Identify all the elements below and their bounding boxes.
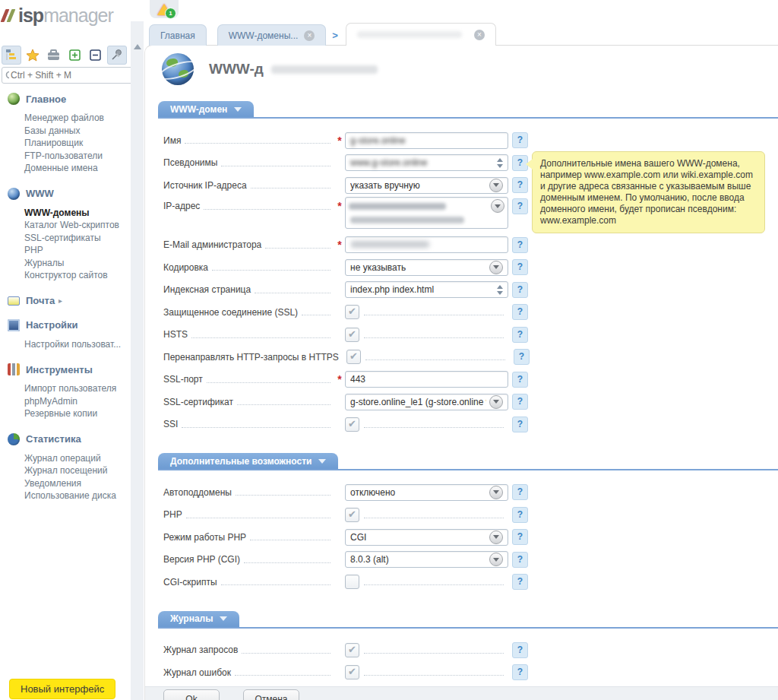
section-toggle[interactable]: Дополнительные возможности <box>158 453 338 469</box>
chevron-down-icon[interactable] <box>489 531 503 544</box>
help-button[interactable]: ? <box>512 177 528 193</box>
section-header-bar: Дополнительные возможности <box>158 453 778 470</box>
chevron-down-icon[interactable] <box>489 179 503 192</box>
sidebar-item[interactable]: WWW-домены <box>8 207 128 220</box>
help-button[interactable]: ? <box>512 642 528 658</box>
sidebar-item[interactable]: Уведомления <box>8 477 128 490</box>
select-field[interactable]: не указывать <box>345 259 508 276</box>
sidebar-item[interactable]: Журнал посещений <box>8 464 128 477</box>
search-input[interactable] <box>9 69 130 81</box>
sidebar-item[interactable]: Настройки пользоват... <box>8 338 128 351</box>
help-button[interactable]: ? <box>512 304 528 320</box>
tree-view-button[interactable] <box>2 46 21 65</box>
sidebar-item[interactable]: Доменные имена <box>8 162 128 175</box>
spinner-up-icon <box>497 285 503 289</box>
section-toggle[interactable]: Журналы <box>158 611 239 627</box>
sidebar-item[interactable]: Планировщик <box>8 137 128 150</box>
collapse-all-button[interactable] <box>86 46 104 64</box>
help-button[interactable]: ? <box>512 327 528 343</box>
sidebar-item[interactable]: Базы данных <box>8 125 128 138</box>
sidebar-item[interactable]: Конструктор сайтов <box>8 269 128 282</box>
sidebar-item[interactable]: Журнал операций <box>8 452 128 465</box>
chevron-down-icon[interactable] <box>489 395 503 409</box>
select-field[interactable]: CGI <box>345 529 508 546</box>
sidebar-item[interactable]: Использование диска <box>8 489 128 502</box>
sidebar-splitter[interactable] <box>131 21 144 700</box>
dotted-leader <box>250 540 330 540</box>
help-button[interactable]: ? <box>512 259 528 275</box>
checkbox[interactable]: ✔ <box>345 305 359 319</box>
favorites-button[interactable] <box>24 46 42 64</box>
chevron-down-icon[interactable] <box>489 553 503 566</box>
sidebar-item[interactable]: Резервные копии <box>8 407 128 420</box>
help-button[interactable]: ? <box>512 552 528 568</box>
dotted-leader <box>364 675 504 676</box>
tab[interactable]: Главная <box>149 24 207 46</box>
text-input[interactable] <box>345 236 508 253</box>
new-interface-button[interactable]: Новый интерфейс <box>9 679 115 699</box>
help-button[interactable]: ? <box>512 417 528 432</box>
tab[interactable]: × <box>346 23 496 46</box>
ip-address-select[interactable] <box>345 197 508 229</box>
help-button[interactable]: ? <box>512 484 528 500</box>
checkbox[interactable]: ✔ <box>345 643 359 657</box>
checkbox[interactable] <box>345 575 359 589</box>
sidebar-item[interactable]: PHP <box>8 244 128 257</box>
chevron-down-icon[interactable] <box>489 486 503 499</box>
expand-all-button[interactable] <box>65 46 84 64</box>
text-input[interactable]: g-store.online <box>345 132 508 149</box>
checkbox[interactable]: ✔ <box>346 350 361 364</box>
sidebar-item[interactable]: Каталог Web-скриптов <box>8 219 128 232</box>
cancel-button[interactable]: Отмена <box>243 689 299 700</box>
spinner-control[interactable] <box>497 158 503 168</box>
checkbox[interactable]: ✔ <box>345 417 359 432</box>
close-icon[interactable]: × <box>304 30 315 41</box>
text-input[interactable]: 443 <box>345 371 508 388</box>
sidebar-section-header[interactable]: Почта▸ <box>8 295 128 306</box>
text-input[interactable]: index.php index.html <box>345 281 508 298</box>
chevron-down-icon[interactable] <box>491 199 504 213</box>
close-icon[interactable]: × <box>474 30 485 40</box>
help-button[interactable]: ? <box>512 237 528 253</box>
sidebar-section-header[interactable]: Главное <box>8 93 128 105</box>
sidebar-item[interactable]: SSL-сертификаты <box>8 232 128 245</box>
select-field[interactable]: g-store.online_le1 (g-store.online www.g… <box>345 394 508 410</box>
scroll-up-arrow-icon[interactable] <box>134 44 141 49</box>
sidebar-section-header[interactable]: WWW <box>8 188 128 200</box>
help-button[interactable]: ? <box>512 574 528 590</box>
sidebar-item[interactable]: Импорт пользователя <box>8 382 128 395</box>
pin-menu-button[interactable] <box>107 46 127 65</box>
notification-button[interactable]: 1 <box>150 0 179 18</box>
briefcase-button[interactable] <box>45 46 63 64</box>
select-field[interactable]: 8.0.3 (alt) <box>345 551 508 568</box>
sidebar-item[interactable]: FTP-пользователи <box>8 150 128 163</box>
chevron-down-icon[interactable] <box>489 261 503 274</box>
help-button[interactable]: ? <box>512 198 528 214</box>
sidebar-item[interactable]: Менеджер файлов <box>8 112 128 125</box>
section-toggle[interactable]: WWW-домен <box>158 101 254 117</box>
select-field[interactable]: указать вручную <box>345 177 508 194</box>
help-button[interactable]: ? <box>512 394 528 410</box>
help-button[interactable]: ? <box>512 507 528 523</box>
help-button[interactable]: ? <box>512 132 528 148</box>
dotted-leader <box>364 518 504 518</box>
sidebar-item[interactable]: phpMyAdmin <box>8 395 128 408</box>
checkbox[interactable]: ✔ <box>345 328 359 342</box>
help-button[interactable]: ? <box>514 349 530 365</box>
sidebar-section-header[interactable]: Настройки <box>8 319 128 331</box>
help-button[interactable]: ? <box>512 372 528 388</box>
checkbox[interactable]: ✔ <box>345 665 359 679</box>
help-button[interactable]: ? <box>512 529 528 545</box>
help-button[interactable]: ? <box>512 664 528 680</box>
spinner-control[interactable] <box>497 285 503 295</box>
quick-search[interactable] <box>2 67 134 84</box>
sidebar-item[interactable]: Журналы <box>8 257 128 270</box>
sidebar-section-header[interactable]: Статистика <box>8 433 128 445</box>
text-input[interactable]: www.g-store.online <box>345 154 508 171</box>
select-field[interactable]: отключено <box>345 484 508 501</box>
ok-button[interactable]: Ok <box>163 689 220 700</box>
sidebar-section-header[interactable]: Инструменты <box>8 363 128 375</box>
tab[interactable]: WWW-домены...× <box>217 24 327 46</box>
help-button[interactable]: ? <box>512 282 528 298</box>
checkbox[interactable]: ✔ <box>345 508 359 522</box>
